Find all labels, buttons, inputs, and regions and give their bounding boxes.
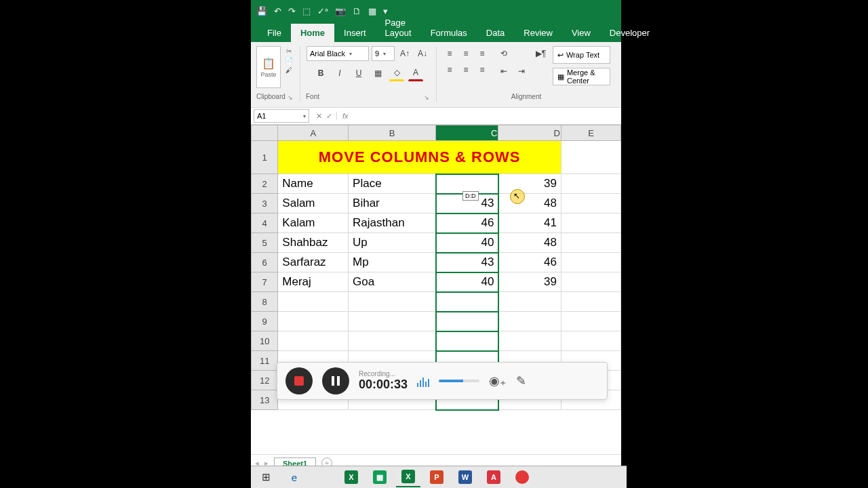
name-box[interactable]: A1▾ xyxy=(254,109,309,123)
font-size-select[interactable]: 9▾ xyxy=(372,46,395,61)
cell[interactable] xyxy=(561,194,620,214)
row-header[interactable]: 5 xyxy=(252,233,278,253)
fill-color-button[interactable]: ◇ xyxy=(389,65,404,81)
font-dialog-launcher-icon[interactable]: ↘ xyxy=(424,94,429,101)
google-sheets-icon[interactable]: ▦ xyxy=(368,468,392,487)
row-header[interactable]: 7 xyxy=(252,272,278,292)
cell[interactable] xyxy=(278,312,349,331)
select-all-corner[interactable] xyxy=(252,125,278,141)
cell[interactable]: Mp xyxy=(349,253,436,272)
row-header[interactable]: 2 xyxy=(252,174,278,194)
increase-indent-icon[interactable]: ⇥ xyxy=(514,64,529,79)
cell[interactable] xyxy=(349,331,436,351)
tab-developer[interactable]: Developer xyxy=(600,24,659,42)
row-header[interactable]: 10 xyxy=(252,331,278,351)
cell[interactable] xyxy=(498,292,561,312)
tab-page-layout[interactable]: Page Layout xyxy=(376,14,421,42)
italic-button[interactable]: I xyxy=(332,66,347,81)
font-color-button[interactable]: A xyxy=(408,65,423,81)
cell[interactable] xyxy=(498,312,561,331)
cancel-formula-icon[interactable]: ✕ xyxy=(316,112,322,121)
cell[interactable]: Place xyxy=(349,174,436,194)
column-header-b[interactable]: B xyxy=(349,125,436,141)
wrap-text-button[interactable]: ↩Wrap Text xyxy=(553,46,610,64)
cell[interactable]: 48 xyxy=(498,233,561,253)
orientation-icon[interactable]: ⟲ xyxy=(496,46,511,61)
cell[interactable]: 46 xyxy=(498,253,561,272)
word-icon[interactable]: W xyxy=(453,468,477,487)
cell[interactable]: 39 xyxy=(498,272,561,292)
spreadsheet-grid[interactable]: A B C D E 1 MOVE COLUMNS & ROWS 2 Name P… xyxy=(251,125,621,454)
tab-insert[interactable]: Insert xyxy=(334,24,376,42)
align-bottom-icon[interactable]: ≡ xyxy=(475,46,490,61)
cell[interactable] xyxy=(436,331,498,351)
cell[interactable] xyxy=(561,141,620,174)
screenshot-icon[interactable]: 📷 xyxy=(335,6,346,16)
cell[interactable] xyxy=(561,253,620,272)
text-direction-icon[interactable]: ▶¶ xyxy=(533,46,549,61)
clipboard-dialog-launcher-icon[interactable]: ↘ xyxy=(288,94,293,101)
cell[interactable]: 46 xyxy=(436,214,498,233)
cell[interactable]: 40 xyxy=(436,272,498,292)
new-file-icon[interactable]: 🗋 xyxy=(353,6,361,16)
title-cell[interactable]: MOVE COLUMNS & ROWS xyxy=(278,141,561,174)
tab-review[interactable]: Review xyxy=(514,24,562,42)
internet-explorer-icon[interactable]: e xyxy=(282,468,307,487)
cell[interactable] xyxy=(561,214,620,233)
enter-formula-icon[interactable]: ✓ xyxy=(326,112,332,121)
border-button[interactable]: ▦ xyxy=(370,66,385,81)
redo-icon[interactable]: ↷ xyxy=(288,6,296,16)
volume-slider[interactable] xyxy=(439,380,479,382)
touch-mode-icon[interactable]: ⬚ xyxy=(302,6,311,16)
cell[interactable]: 43 xyxy=(436,253,498,272)
copy-icon[interactable]: 📄 xyxy=(283,56,294,65)
tab-formulas[interactable]: Formulas xyxy=(421,24,477,42)
cell[interactable] xyxy=(278,331,349,351)
cell[interactable] xyxy=(561,292,620,312)
bold-button[interactable]: B xyxy=(313,66,328,81)
excel-taskbar-icon[interactable]: X xyxy=(396,467,420,487)
column-header-d[interactable]: D xyxy=(498,125,561,141)
cell[interactable]: 41 xyxy=(498,214,561,233)
cut-icon[interactable]: ✂ xyxy=(283,46,294,56)
cell[interactable] xyxy=(561,233,620,253)
qat-dropdown-icon[interactable]: ▾ xyxy=(383,6,388,16)
webcam-icon[interactable]: ◉₊ xyxy=(489,373,507,388)
cell[interactable] xyxy=(561,331,620,351)
font-name-select[interactable]: Arial Black▾ xyxy=(307,46,369,61)
cell[interactable] xyxy=(561,312,620,331)
fx-label[interactable]: fx xyxy=(336,112,349,120)
cell[interactable]: Goa xyxy=(349,272,436,292)
decrease-font-icon[interactable]: A↓ xyxy=(415,46,430,61)
spellcheck-icon[interactable]: ✓ᵃ xyxy=(317,6,328,16)
row-header[interactable]: 9 xyxy=(252,312,278,331)
increase-font-icon[interactable]: A↑ xyxy=(397,46,412,61)
tab-home[interactable]: Home xyxy=(291,24,334,42)
acrobat-icon[interactable]: A xyxy=(481,468,506,487)
cell[interactable]: 39 xyxy=(498,174,561,194)
undo-icon[interactable]: ↶ xyxy=(274,6,281,16)
cell[interactable] xyxy=(498,331,561,351)
align-right-icon[interactable]: ≡ xyxy=(475,62,490,77)
format-painter-icon[interactable]: 🖌 xyxy=(283,65,294,75)
recorder-app-icon[interactable] xyxy=(510,468,534,487)
powerpoint-icon[interactable]: P xyxy=(425,468,449,487)
cell[interactable]: Rajasthan xyxy=(349,214,436,233)
column-header-c[interactable]: C xyxy=(436,125,498,141)
align-middle-icon[interactable]: ≡ xyxy=(458,46,473,61)
row-header[interactable]: 12 xyxy=(252,371,278,390)
row-header[interactable]: 13 xyxy=(252,390,278,410)
cell[interactable]: Sarfaraz xyxy=(278,253,349,272)
cell[interactable] xyxy=(561,174,620,194)
row-header[interactable]: 1 xyxy=(252,141,278,174)
align-top-icon[interactable]: ≡ xyxy=(442,46,457,61)
align-center-icon[interactable]: ≡ xyxy=(458,62,473,77)
cell[interactable] xyxy=(436,312,498,331)
align-left-icon[interactable]: ≡ xyxy=(442,62,457,77)
save-icon[interactable]: 💾 xyxy=(256,6,267,16)
merge-center-button[interactable]: ▦Merge & Center xyxy=(553,68,610,85)
pause-recording-button[interactable] xyxy=(322,367,349,394)
cell[interactable]: Meraj xyxy=(278,272,349,292)
excel-shortcut-icon[interactable]: X xyxy=(339,468,363,487)
decrease-indent-icon[interactable]: ⇤ xyxy=(496,64,511,79)
